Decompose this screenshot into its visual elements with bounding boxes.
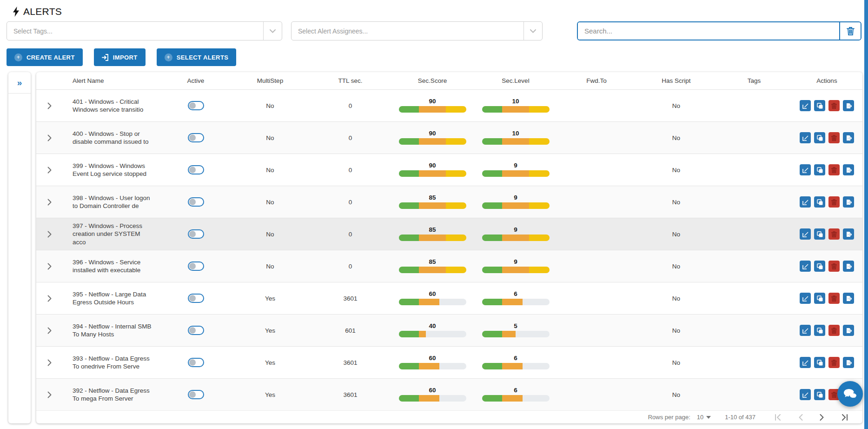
export-alert-button[interactable] bbox=[843, 293, 854, 304]
edit-alert-button[interactable] bbox=[800, 261, 811, 272]
toggle-knob bbox=[189, 199, 196, 205]
duplicate-alert-button[interactable] bbox=[814, 228, 825, 240]
edit-alert-button[interactable] bbox=[800, 132, 811, 143]
delete-alert-button[interactable] bbox=[828, 293, 840, 304]
edit-alert-button[interactable] bbox=[800, 228, 811, 240]
active-toggle[interactable] bbox=[188, 261, 204, 271]
duplicate-alert-button[interactable] bbox=[814, 389, 825, 400]
active-cell bbox=[161, 326, 231, 335]
sec-level-value: 5 bbox=[482, 322, 550, 329]
col-sec-score: Sec.Score bbox=[391, 77, 474, 84]
row-expand-button[interactable] bbox=[36, 391, 62, 398]
duplicate-alert-button[interactable] bbox=[814, 325, 825, 336]
chevron-right-icon bbox=[47, 327, 52, 334]
import-button[interactable]: IMPORT bbox=[94, 48, 146, 66]
active-toggle[interactable] bbox=[188, 390, 204, 399]
sec-level-value: 10 bbox=[482, 130, 550, 137]
sec-level-bar: 6 bbox=[482, 290, 550, 305]
row-expand-button[interactable] bbox=[36, 327, 62, 334]
sec-level-bar: 5 bbox=[482, 322, 550, 337]
toggle-knob bbox=[189, 295, 196, 302]
sec-level-cell: 9 bbox=[474, 258, 557, 275]
edit-alert-button[interactable] bbox=[800, 293, 811, 304]
delete-alert-button[interactable] bbox=[828, 132, 840, 143]
edit-alert-button[interactable] bbox=[800, 325, 811, 336]
ttl-value: 3601 bbox=[310, 391, 391, 398]
search-input[interactable] bbox=[578, 22, 839, 40]
duplicate-alert-button[interactable] bbox=[814, 100, 825, 111]
duplicate-alert-button[interactable] bbox=[814, 357, 825, 368]
toggle-knob bbox=[189, 327, 196, 334]
sec-score-bar: 40 bbox=[399, 322, 466, 337]
export-alert-button[interactable] bbox=[843, 325, 854, 336]
tags-select-dropdown-toggle[interactable] bbox=[263, 22, 282, 40]
row-expand-button[interactable] bbox=[36, 134, 62, 141]
delete-alert-button[interactable] bbox=[828, 325, 840, 336]
chevron-right-icon bbox=[47, 295, 52, 302]
row-expand-button[interactable] bbox=[36, 263, 62, 270]
duplicate-alert-button[interactable] bbox=[814, 293, 825, 304]
export-alert-button[interactable] bbox=[843, 261, 854, 272]
edit-alert-button[interactable] bbox=[800, 100, 811, 111]
row-expand-button[interactable] bbox=[36, 359, 62, 366]
side-panel-expand-button[interactable]: » bbox=[8, 72, 31, 94]
next-page-button[interactable] bbox=[820, 414, 824, 421]
active-toggle[interactable] bbox=[188, 133, 204, 142]
sec-level-value: 9 bbox=[482, 226, 550, 233]
export-alert-button[interactable] bbox=[843, 164, 854, 175]
duplicate-alert-button[interactable] bbox=[814, 261, 825, 272]
select-alerts-button[interactable]: + SELECT ALERTS bbox=[157, 48, 237, 66]
prev-page-button[interactable] bbox=[798, 414, 803, 421]
active-toggle[interactable] bbox=[188, 197, 204, 207]
chat-fab-button[interactable] bbox=[837, 381, 863, 407]
delete-alert-button[interactable] bbox=[828, 196, 840, 208]
row-expand-button[interactable] bbox=[36, 199, 62, 206]
rows-per-page-select[interactable]: 10 bbox=[697, 414, 711, 421]
sec-score-cell: 60 bbox=[391, 355, 474, 371]
page-scrollbar[interactable] bbox=[864, 0, 868, 429]
sec-level-bar: 6 bbox=[482, 387, 550, 402]
delete-alert-button[interactable] bbox=[828, 228, 840, 240]
last-page-button[interactable] bbox=[841, 414, 848, 421]
export-alert-button[interactable] bbox=[843, 100, 854, 111]
duplicate-alert-button[interactable] bbox=[814, 132, 825, 143]
active-toggle[interactable] bbox=[188, 358, 204, 367]
delete-alert-button[interactable] bbox=[828, 164, 840, 175]
active-toggle[interactable] bbox=[188, 101, 204, 110]
active-toggle[interactable] bbox=[188, 326, 204, 335]
edit-alert-button[interactable] bbox=[800, 389, 811, 400]
assignees-select[interactable]: Select Alert Assignees... bbox=[291, 21, 543, 40]
active-toggle[interactable] bbox=[188, 294, 204, 303]
row-expand-button[interactable] bbox=[36, 231, 62, 238]
delete-alert-button[interactable] bbox=[828, 357, 840, 368]
active-cell bbox=[161, 133, 231, 142]
sec-score-value: 85 bbox=[399, 194, 466, 201]
delete-alert-button[interactable] bbox=[828, 100, 840, 111]
delete-alert-button[interactable] bbox=[828, 261, 840, 272]
ttl-value: 0 bbox=[310, 134, 391, 141]
assignees-select-dropdown-toggle[interactable] bbox=[523, 22, 542, 40]
duplicate-alert-button[interactable] bbox=[814, 164, 825, 175]
table-row: 401 - Windows - Critical Windows service… bbox=[36, 89, 862, 121]
active-toggle[interactable] bbox=[188, 229, 204, 239]
first-page-button[interactable] bbox=[774, 414, 782, 421]
multistep-value: No bbox=[231, 167, 310, 174]
edit-alert-button[interactable] bbox=[800, 357, 811, 368]
search-clear-button[interactable] bbox=[839, 22, 861, 40]
export-alert-button[interactable] bbox=[843, 132, 854, 143]
row-expand-button[interactable] bbox=[36, 167, 62, 174]
row-expand-button[interactable] bbox=[36, 295, 62, 302]
edit-alert-button[interactable] bbox=[800, 196, 811, 208]
col-ttl: TTL sec. bbox=[310, 77, 391, 84]
export-alert-button[interactable] bbox=[843, 228, 854, 240]
row-expand-button[interactable] bbox=[36, 102, 62, 109]
edit-alert-button[interactable] bbox=[800, 164, 811, 175]
sec-score-meter bbox=[399, 170, 466, 177]
duplicate-alert-button[interactable] bbox=[814, 196, 825, 208]
tags-select[interactable]: Select Tags... bbox=[7, 21, 282, 40]
export-alert-button[interactable] bbox=[843, 196, 854, 208]
create-alert-button[interactable]: + CREATE ALERT bbox=[7, 48, 83, 66]
export-alert-button[interactable] bbox=[843, 357, 854, 368]
alert-name: 396 - Windows - Service installed with e… bbox=[62, 258, 153, 275]
active-toggle[interactable] bbox=[188, 165, 204, 174]
